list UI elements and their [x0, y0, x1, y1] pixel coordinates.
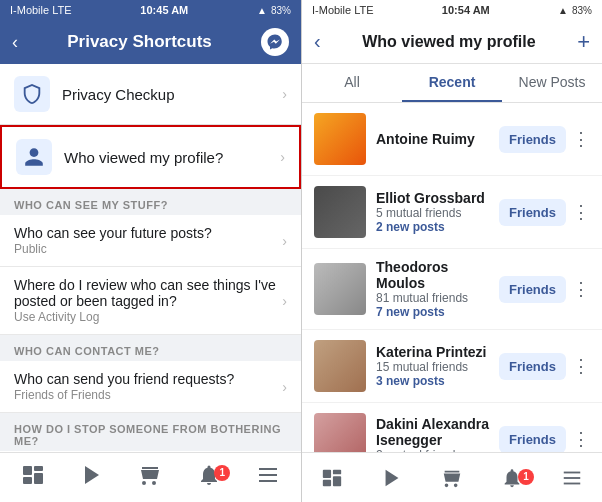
profile-info: Antoine Ruimy: [376, 131, 499, 147]
friends-button[interactable]: Friends: [499, 126, 566, 153]
svg-rect-13: [564, 471, 581, 473]
avatar: [314, 113, 366, 165]
svg-rect-5: [259, 468, 277, 470]
right-status-icons: ▲ 83%: [558, 5, 592, 16]
right-back-button[interactable]: ‹: [314, 30, 321, 53]
right-menu-icon: [561, 467, 583, 489]
svg-marker-12: [386, 469, 399, 486]
svg-rect-7: [259, 480, 277, 482]
tab-recent[interactable]: Recent: [402, 64, 502, 102]
right-carrier: I-Mobile LTE: [312, 4, 374, 16]
more-icon[interactable]: ⋮: [572, 428, 590, 450]
future-posts-item[interactable]: Who can see your future posts? Public ›: [0, 215, 301, 267]
privacy-checkup-item[interactable]: Privacy Checkup ›: [0, 64, 301, 125]
chevron-icon-2: ›: [280, 149, 285, 165]
profile-mutual: 15 mutual friends: [376, 360, 499, 374]
profile-name: Theodoros Moulos: [376, 259, 499, 291]
right-nav-notifications[interactable]: 1: [482, 467, 542, 489]
watch-icon: [80, 463, 104, 493]
list-item[interactable]: Elliot Grossbard 5 mutual friends 2 new …: [302, 176, 602, 249]
svg-rect-1: [34, 466, 43, 471]
avatar: [314, 413, 366, 452]
svg-rect-11: [333, 476, 341, 486]
left-nav-bar: ‹ Privacy Shortcuts: [0, 20, 301, 64]
profile-list: Antoine Ruimy Friends ⋮ Elliot Grossbard…: [302, 103, 602, 452]
right-nav-marketplace[interactable]: [422, 467, 482, 489]
left-nav-newsfeed[interactable]: [4, 463, 63, 493]
left-nav-notifications[interactable]: 1: [180, 463, 239, 493]
left-nav-title: Privacy Shortcuts: [67, 32, 212, 52]
chevron-icon-5: ›: [282, 379, 287, 395]
profile-new-posts: 7 new posts: [376, 305, 499, 319]
tab-all[interactable]: All: [302, 64, 402, 102]
battery-icon: 83%: [271, 5, 291, 16]
tab-new-posts[interactable]: New Posts: [502, 64, 602, 102]
right-nav-menu[interactable]: [542, 467, 602, 489]
left-status-icons: ▲ 83%: [257, 5, 291, 16]
who-viewed-profile-item[interactable]: Who viewed my profile? ›: [0, 125, 301, 189]
who-viewed-label: Who viewed my profile?: [64, 149, 280, 166]
profile-name: Dakini Alexandra Isenegger: [376, 416, 499, 448]
left-bottom-nav: 1: [0, 452, 301, 502]
svg-rect-3: [34, 473, 43, 484]
chevron-icon-4: ›: [282, 293, 287, 309]
signal-icon: ▲: [257, 5, 267, 16]
friend-requests-item[interactable]: Who can send you friend requests? Friend…: [0, 361, 301, 413]
future-posts-sub: Public: [14, 242, 282, 256]
right-nav-title: Who viewed my profile: [321, 33, 577, 51]
svg-rect-15: [564, 482, 581, 484]
back-button[interactable]: ‹: [12, 32, 18, 53]
friends-button[interactable]: Friends: [499, 353, 566, 380]
profile-name: Antoine Ruimy: [376, 131, 499, 147]
right-nav-watch[interactable]: [362, 467, 422, 489]
person-icon: [23, 146, 45, 168]
right-signal-icon: ▲: [558, 5, 568, 16]
more-icon[interactable]: ⋮: [572, 201, 590, 223]
profile-name: Katerina Printezi: [376, 344, 499, 360]
messenger-icon: [266, 33, 284, 51]
chevron-icon-3: ›: [282, 233, 287, 249]
activity-log-title: Where do I review who can see things I'v…: [14, 277, 282, 309]
svg-rect-0: [23, 466, 32, 475]
friend-requests-title: Who can send you friend requests?: [14, 371, 282, 387]
left-nav-marketplace[interactable]: [121, 463, 180, 493]
tabs-bar: All Recent New Posts: [302, 64, 602, 103]
list-item[interactable]: Antoine Ruimy Friends ⋮: [302, 103, 602, 176]
left-nav-menu[interactable]: [238, 463, 297, 493]
svg-rect-14: [564, 477, 581, 479]
list-item[interactable]: Theodoros Moulos 81 mutual friends 7 new…: [302, 249, 602, 330]
profile-info: Elliot Grossbard 5 mutual friends 2 new …: [376, 190, 499, 234]
section-header-contact: WHO CAN CONTACT ME?: [0, 335, 301, 361]
who-viewed-icon-bg: [16, 139, 52, 175]
add-button[interactable]: +: [577, 29, 590, 55]
more-icon[interactable]: ⋮: [572, 278, 590, 300]
newsfeed-icon: [21, 463, 45, 493]
more-icon[interactable]: ⋮: [572, 128, 590, 150]
section-header-block: HOW DO I STOP SOMEONE FROM BOTHERING ME?: [0, 413, 301, 451]
friends-button[interactable]: Friends: [499, 276, 566, 303]
right-status-bar: I-Mobile LTE 10:54 AM ▲ 83%: [302, 0, 602, 20]
profile-mutual: 5 mutual friends: [376, 206, 499, 220]
friends-button[interactable]: Friends: [499, 199, 566, 226]
future-posts-title: Who can see your future posts?: [14, 225, 282, 241]
marketplace-icon: [138, 463, 162, 493]
friend-requests-sub: Friends of Friends: [14, 388, 282, 402]
left-nav-watch[interactable]: [63, 463, 122, 493]
profile-new-posts: 3 new posts: [376, 374, 499, 388]
profile-mutual: 81 mutual friends: [376, 291, 499, 305]
right-nav-newsfeed[interactable]: [302, 467, 362, 489]
svg-marker-4: [85, 466, 99, 484]
section-header-see: WHO CAN SEE MY STUFF?: [0, 189, 301, 215]
more-icon[interactable]: ⋮: [572, 355, 590, 377]
list-item[interactable]: Katerina Printezi 15 mutual friends 3 ne…: [302, 330, 602, 403]
friends-button[interactable]: Friends: [499, 426, 566, 453]
messenger-button[interactable]: [261, 28, 289, 56]
menu-icon: [256, 463, 280, 493]
list-item[interactable]: Dakini Alexandra Isenegger 2 mutual frie…: [302, 403, 602, 452]
svg-rect-9: [333, 469, 341, 474]
avatar: [314, 186, 366, 238]
shield-icon: [21, 83, 43, 105]
svg-rect-2: [23, 477, 32, 484]
left-carrier: I-Mobile LTE: [10, 4, 72, 16]
activity-log-item[interactable]: Where do I review who can see things I'v…: [0, 267, 301, 335]
